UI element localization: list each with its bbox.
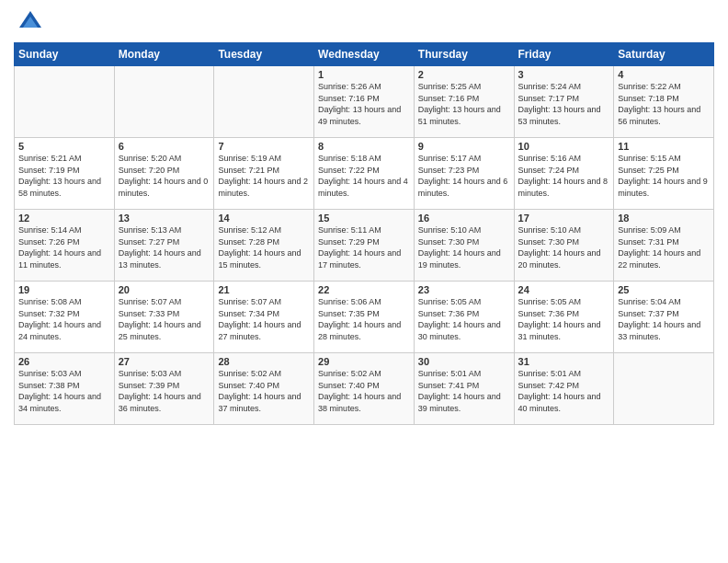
day-info: Sunrise: 5:11 AM Sunset: 7:29 PM Dayligh… [318,224,410,270]
day-number: 4 [618,69,710,80]
weekday-header-saturday: Saturday [614,43,714,66]
day-cell: 31Sunrise: 5:01 AM Sunset: 7:42 PM Dayli… [514,353,614,425]
day-cell: 27Sunrise: 5:03 AM Sunset: 7:39 PM Dayli… [114,353,214,425]
day-info: Sunrise: 5:26 AM Sunset: 7:16 PM Dayligh… [318,81,410,127]
day-cell: 8Sunrise: 5:18 AM Sunset: 7:22 PM Daylig… [314,138,415,210]
day-info: Sunrise: 5:07 AM Sunset: 7:34 PM Dayligh… [218,296,310,342]
day-number: 12 [18,213,110,224]
day-cell [214,66,314,138]
day-number: 19 [18,284,110,295]
day-info: Sunrise: 5:14 AM Sunset: 7:26 PM Dayligh… [18,224,110,270]
week-row-2: 12Sunrise: 5:14 AM Sunset: 7:26 PM Dayli… [15,210,714,282]
day-info: Sunrise: 5:19 AM Sunset: 7:21 PM Dayligh… [218,153,310,199]
day-cell: 3Sunrise: 5:24 AM Sunset: 7:17 PM Daylig… [514,66,614,138]
day-cell: 13Sunrise: 5:13 AM Sunset: 7:27 PM Dayli… [114,210,214,282]
day-info: Sunrise: 5:12 AM Sunset: 7:28 PM Dayligh… [218,224,310,270]
day-cell: 29Sunrise: 5:02 AM Sunset: 7:40 PM Dayli… [314,353,415,425]
day-info: Sunrise: 5:04 AM Sunset: 7:37 PM Dayligh… [618,296,710,342]
day-number: 17 [518,213,610,224]
weekday-header-row: SundayMondayTuesdayWednesdayThursdayFrid… [15,43,714,66]
day-info: Sunrise: 5:09 AM Sunset: 7:31 PM Dayligh… [618,224,710,270]
header [14,9,714,35]
weekday-header-tuesday: Tuesday [214,43,314,66]
day-cell: 26Sunrise: 5:03 AM Sunset: 7:38 PM Dayli… [15,353,115,425]
day-cell: 24Sunrise: 5:05 AM Sunset: 7:36 PM Dayli… [514,282,614,353]
day-info: Sunrise: 5:10 AM Sunset: 7:30 PM Dayligh… [418,224,510,270]
day-number: 6 [119,141,210,152]
day-number: 27 [119,356,210,367]
day-number: 26 [18,356,110,367]
day-info: Sunrise: 5:24 AM Sunset: 7:17 PM Dayligh… [518,81,610,127]
day-number: 3 [518,69,610,80]
day-number: 8 [318,141,410,152]
calendar-page: SundayMondayTuesdayWednesdayThursdayFrid… [0,0,728,563]
week-row-4: 26Sunrise: 5:03 AM Sunset: 7:38 PM Dayli… [15,353,714,425]
day-number: 1 [318,69,410,80]
weekday-header-sunday: Sunday [15,43,115,66]
week-row-1: 5Sunrise: 5:21 AM Sunset: 7:19 PM Daylig… [15,138,714,210]
day-number: 5 [18,141,110,152]
day-cell: 10Sunrise: 5:16 AM Sunset: 7:24 PM Dayli… [514,138,614,210]
day-number: 23 [418,284,510,295]
day-info: Sunrise: 5:13 AM Sunset: 7:27 PM Dayligh… [119,224,210,270]
day-info: Sunrise: 5:05 AM Sunset: 7:36 PM Dayligh… [418,296,510,342]
day-cell: 19Sunrise: 5:08 AM Sunset: 7:32 PM Dayli… [15,282,115,353]
day-number: 2 [418,69,510,80]
day-cell: 9Sunrise: 5:17 AM Sunset: 7:23 PM Daylig… [414,138,514,210]
day-number: 15 [318,213,410,224]
day-cell: 11Sunrise: 5:15 AM Sunset: 7:25 PM Dayli… [614,138,714,210]
day-info: Sunrise: 5:16 AM Sunset: 7:24 PM Dayligh… [518,153,610,199]
day-info: Sunrise: 5:22 AM Sunset: 7:18 PM Dayligh… [618,81,710,127]
day-cell: 25Sunrise: 5:04 AM Sunset: 7:37 PM Dayli… [614,282,714,353]
day-info: Sunrise: 5:25 AM Sunset: 7:16 PM Dayligh… [418,81,510,127]
day-number: 20 [119,284,210,295]
day-cell: 16Sunrise: 5:10 AM Sunset: 7:30 PM Dayli… [414,210,514,282]
day-cell [114,66,214,138]
day-info: Sunrise: 5:18 AM Sunset: 7:22 PM Dayligh… [318,153,410,199]
day-info: Sunrise: 5:01 AM Sunset: 7:41 PM Dayligh… [418,368,510,414]
day-number: 22 [318,284,410,295]
day-number: 18 [618,213,710,224]
day-number: 30 [418,356,510,367]
logo-icon [17,9,43,35]
day-info: Sunrise: 5:10 AM Sunset: 7:30 PM Dayligh… [518,224,610,270]
day-cell: 21Sunrise: 5:07 AM Sunset: 7:34 PM Dayli… [214,282,314,353]
day-number: 21 [218,284,310,295]
day-info: Sunrise: 5:17 AM Sunset: 7:23 PM Dayligh… [418,153,510,199]
calendar-table: SundayMondayTuesdayWednesdayThursdayFrid… [14,42,714,425]
day-cell: 5Sunrise: 5:21 AM Sunset: 7:19 PM Daylig… [15,138,115,210]
weekday-header-wednesday: Wednesday [314,43,415,66]
day-info: Sunrise: 5:21 AM Sunset: 7:19 PM Dayligh… [18,153,110,199]
day-cell: 23Sunrise: 5:05 AM Sunset: 7:36 PM Dayli… [414,282,514,353]
day-number: 24 [518,284,610,295]
day-info: Sunrise: 5:02 AM Sunset: 7:40 PM Dayligh… [218,368,310,414]
day-cell: 6Sunrise: 5:20 AM Sunset: 7:20 PM Daylig… [114,138,214,210]
day-cell: 30Sunrise: 5:01 AM Sunset: 7:41 PM Dayli… [414,353,514,425]
day-cell: 15Sunrise: 5:11 AM Sunset: 7:29 PM Dayli… [314,210,415,282]
day-info: Sunrise: 5:01 AM Sunset: 7:42 PM Dayligh… [518,368,610,414]
day-number: 16 [418,213,510,224]
day-info: Sunrise: 5:06 AM Sunset: 7:35 PM Dayligh… [318,296,410,342]
day-info: Sunrise: 5:08 AM Sunset: 7:32 PM Dayligh… [18,296,110,342]
day-cell: 1Sunrise: 5:26 AM Sunset: 7:16 PM Daylig… [314,66,415,138]
day-info: Sunrise: 5:03 AM Sunset: 7:38 PM Dayligh… [18,368,110,414]
day-number: 14 [218,213,310,224]
day-cell: 7Sunrise: 5:19 AM Sunset: 7:21 PM Daylig… [214,138,314,210]
logo [14,9,43,35]
day-cell [15,66,115,138]
day-cell: 2Sunrise: 5:25 AM Sunset: 7:16 PM Daylig… [414,66,514,138]
day-cell: 12Sunrise: 5:14 AM Sunset: 7:26 PM Dayli… [15,210,115,282]
day-info: Sunrise: 5:15 AM Sunset: 7:25 PM Dayligh… [618,153,710,199]
week-row-3: 19Sunrise: 5:08 AM Sunset: 7:32 PM Dayli… [15,282,714,353]
day-number: 10 [518,141,610,152]
day-cell: 22Sunrise: 5:06 AM Sunset: 7:35 PM Dayli… [314,282,415,353]
weekday-header-friday: Friday [514,43,614,66]
day-info: Sunrise: 5:20 AM Sunset: 7:20 PM Dayligh… [119,153,210,199]
day-number: 13 [119,213,210,224]
day-cell: 4Sunrise: 5:22 AM Sunset: 7:18 PM Daylig… [614,66,714,138]
day-info: Sunrise: 5:05 AM Sunset: 7:36 PM Dayligh… [518,296,610,342]
day-number: 25 [618,284,710,295]
day-number: 31 [518,356,610,367]
day-number: 11 [618,141,710,152]
day-cell: 20Sunrise: 5:07 AM Sunset: 7:33 PM Dayli… [114,282,214,353]
